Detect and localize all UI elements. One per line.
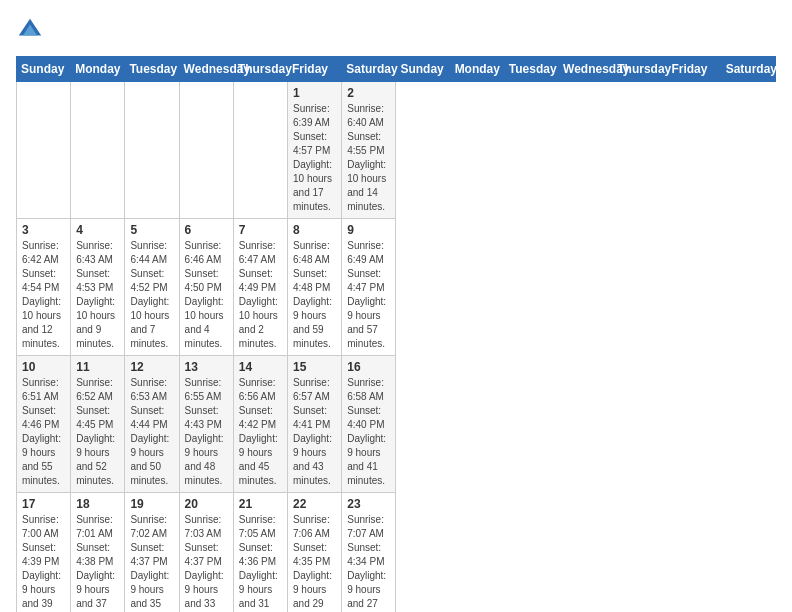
day-cell: 22Sunrise: 7:06 AM Sunset: 4:35 PM Dayli… — [288, 493, 342, 613]
day-cell: 9Sunrise: 6:49 AM Sunset: 4:47 PM Daylig… — [342, 219, 396, 356]
day-info: Sunrise: 6:55 AM Sunset: 4:43 PM Dayligh… — [185, 376, 228, 488]
day-number: 12 — [130, 360, 173, 374]
day-info: Sunrise: 7:07 AM Sunset: 4:34 PM Dayligh… — [347, 513, 390, 612]
day-number: 3 — [22, 223, 65, 237]
week-row-4: 17Sunrise: 7:00 AM Sunset: 4:39 PM Dayli… — [17, 493, 776, 613]
day-cell — [233, 82, 287, 219]
day-cell: 13Sunrise: 6:55 AM Sunset: 4:43 PM Dayli… — [179, 356, 233, 493]
day-cell: 12Sunrise: 6:53 AM Sunset: 4:44 PM Dayli… — [125, 356, 179, 493]
day-number: 2 — [347, 86, 390, 100]
day-info: Sunrise: 6:51 AM Sunset: 4:46 PM Dayligh… — [22, 376, 65, 488]
day-cell: 2Sunrise: 6:40 AM Sunset: 4:55 PM Daylig… — [342, 82, 396, 219]
col-header-wednesday: Wednesday — [559, 57, 613, 82]
week-row-2: 3Sunrise: 6:42 AM Sunset: 4:54 PM Daylig… — [17, 219, 776, 356]
day-cell: 17Sunrise: 7:00 AM Sunset: 4:39 PM Dayli… — [17, 493, 71, 613]
day-cell: 5Sunrise: 6:44 AM Sunset: 4:52 PM Daylig… — [125, 219, 179, 356]
calendar-header-row: SundayMondayTuesdayWednesdayThursdayFrid… — [17, 57, 776, 82]
day-number: 4 — [76, 223, 119, 237]
day-info: Sunrise: 7:02 AM Sunset: 4:37 PM Dayligh… — [130, 513, 173, 612]
day-cell: 15Sunrise: 6:57 AM Sunset: 4:41 PM Dayli… — [288, 356, 342, 493]
day-cell: 20Sunrise: 7:03 AM Sunset: 4:37 PM Dayli… — [179, 493, 233, 613]
day-info: Sunrise: 6:47 AM Sunset: 4:49 PM Dayligh… — [239, 239, 282, 351]
day-cell: 8Sunrise: 6:48 AM Sunset: 4:48 PM Daylig… — [288, 219, 342, 356]
day-info: Sunrise: 6:39 AM Sunset: 4:57 PM Dayligh… — [293, 102, 336, 214]
day-info: Sunrise: 6:58 AM Sunset: 4:40 PM Dayligh… — [347, 376, 390, 488]
day-number: 15 — [293, 360, 336, 374]
day-number: 23 — [347, 497, 390, 511]
day-cell: 23Sunrise: 7:07 AM Sunset: 4:34 PM Dayli… — [342, 493, 396, 613]
day-info: Sunrise: 7:05 AM Sunset: 4:36 PM Dayligh… — [239, 513, 282, 612]
day-cell: 3Sunrise: 6:42 AM Sunset: 4:54 PM Daylig… — [17, 219, 71, 356]
day-number: 21 — [239, 497, 282, 511]
col-header-friday: Friday — [667, 57, 721, 82]
header-sunday: Sunday — [17, 57, 71, 82]
day-number: 19 — [130, 497, 173, 511]
day-info: Sunrise: 7:01 AM Sunset: 4:38 PM Dayligh… — [76, 513, 119, 612]
day-info: Sunrise: 7:03 AM Sunset: 4:37 PM Dayligh… — [185, 513, 228, 612]
day-cell: 19Sunrise: 7:02 AM Sunset: 4:37 PM Dayli… — [125, 493, 179, 613]
day-info: Sunrise: 6:52 AM Sunset: 4:45 PM Dayligh… — [76, 376, 119, 488]
day-number: 17 — [22, 497, 65, 511]
header-wednesday: Wednesday — [179, 57, 233, 82]
col-header-tuesday: Tuesday — [504, 57, 558, 82]
day-number: 11 — [76, 360, 119, 374]
week-row-3: 10Sunrise: 6:51 AM Sunset: 4:46 PM Dayli… — [17, 356, 776, 493]
col-header-sunday: Sunday — [396, 57, 450, 82]
header-tuesday: Tuesday — [125, 57, 179, 82]
day-info: Sunrise: 7:00 AM Sunset: 4:39 PM Dayligh… — [22, 513, 65, 612]
day-info: Sunrise: 6:42 AM Sunset: 4:54 PM Dayligh… — [22, 239, 65, 351]
day-number: 8 — [293, 223, 336, 237]
day-cell: 4Sunrise: 6:43 AM Sunset: 4:53 PM Daylig… — [71, 219, 125, 356]
day-cell: 11Sunrise: 6:52 AM Sunset: 4:45 PM Dayli… — [71, 356, 125, 493]
day-number: 18 — [76, 497, 119, 511]
day-cell: 16Sunrise: 6:58 AM Sunset: 4:40 PM Dayli… — [342, 356, 396, 493]
header-thursday: Thursday — [233, 57, 287, 82]
day-cell — [125, 82, 179, 219]
day-cell: 10Sunrise: 6:51 AM Sunset: 4:46 PM Dayli… — [17, 356, 71, 493]
day-number: 20 — [185, 497, 228, 511]
day-info: Sunrise: 6:56 AM Sunset: 4:42 PM Dayligh… — [239, 376, 282, 488]
day-info: Sunrise: 6:53 AM Sunset: 4:44 PM Dayligh… — [130, 376, 173, 488]
day-cell — [179, 82, 233, 219]
page-header — [16, 16, 776, 44]
day-cell — [17, 82, 71, 219]
day-cell: 7Sunrise: 6:47 AM Sunset: 4:49 PM Daylig… — [233, 219, 287, 356]
day-info: Sunrise: 6:49 AM Sunset: 4:47 PM Dayligh… — [347, 239, 390, 351]
day-cell: 18Sunrise: 7:01 AM Sunset: 4:38 PM Dayli… — [71, 493, 125, 613]
day-info: Sunrise: 7:06 AM Sunset: 4:35 PM Dayligh… — [293, 513, 336, 612]
day-info: Sunrise: 6:57 AM Sunset: 4:41 PM Dayligh… — [293, 376, 336, 488]
day-number: 13 — [185, 360, 228, 374]
day-info: Sunrise: 6:43 AM Sunset: 4:53 PM Dayligh… — [76, 239, 119, 351]
day-number: 6 — [185, 223, 228, 237]
day-cell: 21Sunrise: 7:05 AM Sunset: 4:36 PM Dayli… — [233, 493, 287, 613]
day-cell: 6Sunrise: 6:46 AM Sunset: 4:50 PM Daylig… — [179, 219, 233, 356]
day-number: 10 — [22, 360, 65, 374]
week-row-1: 1Sunrise: 6:39 AM Sunset: 4:57 PM Daylig… — [17, 82, 776, 219]
header-saturday: Saturday — [342, 57, 396, 82]
day-cell — [71, 82, 125, 219]
header-monday: Monday — [71, 57, 125, 82]
day-number: 5 — [130, 223, 173, 237]
logo-icon — [16, 16, 44, 44]
day-info: Sunrise: 6:40 AM Sunset: 4:55 PM Dayligh… — [347, 102, 390, 214]
day-info: Sunrise: 6:48 AM Sunset: 4:48 PM Dayligh… — [293, 239, 336, 351]
col-header-saturday: Saturday — [721, 57, 775, 82]
day-number: 7 — [239, 223, 282, 237]
day-number: 16 — [347, 360, 390, 374]
day-number: 9 — [347, 223, 390, 237]
day-cell: 1Sunrise: 6:39 AM Sunset: 4:57 PM Daylig… — [288, 82, 342, 219]
logo — [16, 16, 48, 44]
day-number: 1 — [293, 86, 336, 100]
day-number: 22 — [293, 497, 336, 511]
header-friday: Friday — [288, 57, 342, 82]
day-cell: 14Sunrise: 6:56 AM Sunset: 4:42 PM Dayli… — [233, 356, 287, 493]
day-number: 14 — [239, 360, 282, 374]
day-info: Sunrise: 6:46 AM Sunset: 4:50 PM Dayligh… — [185, 239, 228, 351]
col-header-monday: Monday — [450, 57, 504, 82]
calendar-table: SundayMondayTuesdayWednesdayThursdayFrid… — [16, 56, 776, 612]
day-info: Sunrise: 6:44 AM Sunset: 4:52 PM Dayligh… — [130, 239, 173, 351]
col-header-thursday: Thursday — [613, 57, 667, 82]
